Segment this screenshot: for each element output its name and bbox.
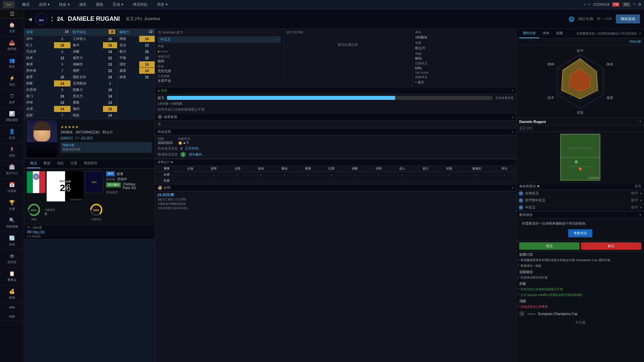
physical-stats-header: 爆发力 12 (117, 29, 155, 36)
role-arrow-2[interactable]: ▾ (640, 205, 642, 210)
sidebar-item-home[interactable]: 🏠 主页 (0, 19, 24, 37)
patrol-header[interactable]: 🛡 巡逻表现 ▾ (155, 114, 516, 121)
fm-label: FM (612, 2, 620, 7)
table-row: 界外球7 (24, 68, 70, 74)
dynamic-header[interactable]: ● 动态 ▾ (155, 87, 516, 94)
bg-icon[interactable]: BG (622, 2, 630, 7)
role-arrow-0[interactable]: ▾ (640, 191, 642, 196)
sidebar-item-scout[interactable]: 🔍 球探搜索 (0, 214, 24, 232)
role-arrow-1[interactable]: ▾ (640, 198, 642, 203)
nav-transfer[interactable]: 转会 ▾ (57, 1, 72, 8)
player-pos-row: 后卫 (中) (517, 125, 644, 132)
sidebar-item-u23[interactable]: U23 (0, 303, 24, 312)
table-row: 杯赛 --- --- --- --- -- (155, 172, 516, 178)
radio-btn[interactable]: ○ (519, 311, 525, 316)
scout-player-btn[interactable]: 考察球员 (568, 229, 592, 237)
checkmark-icon[interactable]: ✓ ✓ (584, 2, 591, 7)
mental-attr-table: 工作投入15 集中16 决断14 领导力12 侵略性13 视野12 团队合作14… (71, 36, 117, 119)
game-logo: FM (3, 1, 15, 8)
unavailable-text: 不可用 (517, 318, 644, 328)
nav-overview[interactable]: 概况 (20, 1, 32, 8)
up-arrow[interactable]: ▲ (51, 15, 54, 19)
table-row: 传中8 (24, 36, 70, 42)
sidebar-item-medical[interactable]: 🏥 医疗中心 (0, 161, 24, 179)
pos-bars: 2条积极 / 0条负面 (158, 102, 182, 106)
expiry-info: 到期 30/6/2020 (158, 137, 173, 145)
sidebar-item-schedule[interactable]: 📅 日程表 (0, 179, 24, 196)
tab-position[interactable]: 位置 (67, 159, 80, 168)
sidebar-item-transfers[interactable]: 🔄 转会 (0, 232, 24, 250)
sidebar-item-finance[interactable]: 💰 财政 (0, 285, 24, 303)
table-row: 远射7 (24, 112, 70, 119)
nav-interact[interactable]: 互动 ▾ (111, 1, 125, 8)
nav-history[interactable]: 历史 ▾ (155, 1, 170, 8)
table-row: 盘带10 (24, 74, 70, 80)
transfer-content: 到期 30/6/2020 轮换球员 🌟 ★?/ 转会状态未定 0 已开价的. (155, 135, 516, 159)
pos-dropdown[interactable]: ▾ (639, 119, 641, 124)
repel-0: 目前没有关心的事情 (517, 304, 644, 310)
sidebar-item-dynamics[interactable]: ⚡ 动态 (0, 72, 24, 90)
tech-stats-header: 传球 14 (24, 29, 70, 36)
tab-youth[interactable]: 青训球员 (80, 159, 101, 168)
sidebar-item-staff[interactable]: 👤 职员 (0, 125, 24, 143)
sidebar-item-match[interactable]: 🏆 比赛 (0, 196, 24, 214)
header-right: 🌐 2017.6.26 周一 • 0:00 继续游戏 (569, 14, 640, 23)
transfer-expiry-row: 到期 30/6/2020 轮换球员 🌟 ★?/ (158, 137, 514, 145)
player-bio-row: ★★★★★ 190厘米 29/7/1994(22岁) 82公斤 £1800万 3… (24, 119, 155, 159)
habit-display: 习惯表现 无 (44, 208, 86, 216)
continue-button[interactable]: 继续游戏 (616, 14, 640, 23)
sidebar-item-team-report[interactable]: 📊 球队报告 (0, 108, 24, 125)
tab-hidden[interactable]: 隐藏 (553, 29, 566, 38)
table-row: 联赛 --- --- --- --- -- (155, 178, 516, 184)
match-fitness-circle: 64% 比赛状态 (89, 203, 103, 221)
sidebar-item-training[interactable]: 🏃 训练 (0, 143, 24, 161)
sidebar-item-club[interactable]: 🏟 俱乐部 (0, 250, 24, 267)
team-info-section: 为 Juventus 效力 中后卫 ▾ 声望 ♦ ♦♦♦♦ 传球方式 聪明 性格 (155, 29, 284, 87)
radar-chart-section: 防守 身体 速度 进攻 技术 精神 (517, 45, 644, 118)
transfer-header[interactable]: 转会总览 ▾ (155, 128, 516, 135)
sidebar: ☰ 🏠 主页 📥 收件箱 👥 阵容 ⚡ 动态 🗒 战术 📊 球队报告 👤 职员 (0, 9, 24, 362)
next-match-section: 下一场比赛 RB Sbg (客) 1.1 GOLD (24, 224, 155, 240)
sidebar-item-squad[interactable]: 👥 阵容 (0, 54, 24, 72)
coach-report-header[interactable]: 教练报告 ▾ (517, 211, 644, 219)
contract-header[interactable]: 💰 合同 ▾ (155, 184, 516, 191)
table-row: 工作投入15 (71, 36, 117, 42)
table-row: 团队合作14 (71, 74, 117, 80)
sidebar-item-board[interactable]: 📋 董事会 (0, 267, 24, 285)
nav-compare[interactable]: 球员对比 (131, 1, 150, 8)
physical-attr-table: 弹跳14 灵活13 耐力15 平衡15 强壮14 速度14 体质15 (117, 36, 155, 80)
sidebar-item-inbox[interactable]: 📥 收件箱 (0, 37, 24, 54)
mental-stats-col: 防守站位 16 工作投入15 集中16 决断14 领导力12 侵略性13 视野1… (71, 29, 117, 119)
three-col-layout: 传球 14 传中8 盯人16 罚点球6 技术12 角球5 界外球7 盘带10 抢… (24, 29, 644, 362)
scout-report-btn[interactable]: 你需要要安排一位球探来编制这个球员的报告. ✕ (577, 32, 641, 36)
role-label-1: 防守型中后卫 (525, 198, 629, 203)
role-item-1: 🛡 防守型中后卫 防守 ▾ (517, 197, 644, 204)
nav-contract[interactable]: 合同 ▾ (37, 1, 52, 8)
right-panel-tabs: 属性分析 身体 隐藏 你需要要安排一位球探来编制这个球员的报告. ✕ (517, 29, 644, 39)
nav-report[interactable]: 报告 (94, 1, 105, 8)
tab-data[interactable]: 数据 (40, 159, 54, 168)
question-icon[interactable]: ? (633, 3, 635, 7)
pros-btn[interactable]: 优点 (519, 242, 580, 250)
tab-physical[interactable]: 身体 (539, 29, 553, 38)
nav-growth[interactable]: 成长 (77, 1, 89, 8)
back-arrow[interactable]: ◀ (28, 16, 32, 22)
role-label-0: 出球后卫 (525, 191, 629, 196)
tab-overview[interactable]: 概况 (27, 159, 40, 168)
contract-section: 💰 合同 ▾ £3.15万/周 (税后工资£1.72万/周) 4项奖金/0项附加… (155, 184, 516, 212)
sidebar-item-u18[interactable]: U18 (0, 312, 24, 321)
down-arrow[interactable]: ▼ (51, 19, 54, 22)
juventus-kit: RUGANI 24 JUVENTUS (47, 171, 84, 201)
fitness-circle: 86% 体能 (27, 203, 41, 221)
sidebar-item-tactics[interactable]: 🗒 战术 (0, 90, 24, 108)
mid-panel: 为 Juventus 效力 中后卫 ▾ 声望 ♦ ♦♦♦♦ 传球方式 聪明 性格 (155, 29, 517, 362)
settings-icon[interactable]: ⚙ (638, 2, 641, 7)
season-stats-header[interactable]: 赛季统计 ▶ (155, 159, 516, 166)
season-stats-section: 赛季统计 ▶ 赛事 出场 进球 点球 助攻 最佳 (155, 159, 516, 184)
mood-fill (167, 96, 395, 100)
player-name-row: Daniele Rugani ▾ (517, 118, 644, 125)
cons-btn[interactable]: 缺点 (581, 242, 641, 250)
tab-attr-analysis[interactable]: 属性分析 (519, 29, 539, 38)
tab-dynamics[interactable]: 动态 (54, 159, 67, 168)
globe-icon[interactable]: 🌐 (569, 16, 574, 22)
